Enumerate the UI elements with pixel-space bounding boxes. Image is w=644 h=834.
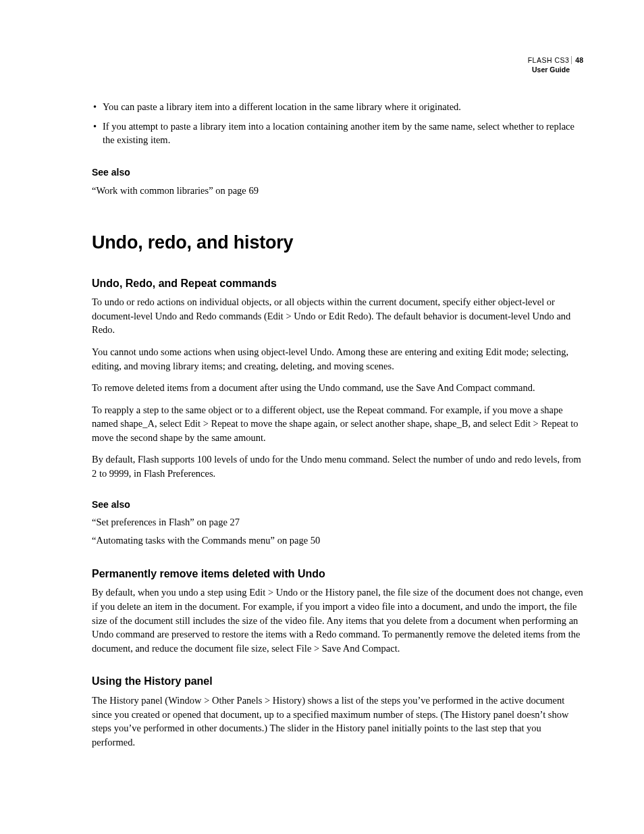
- intro-bullet-list: You can paste a library item into a diff…: [92, 100, 583, 147]
- section1-p2: You cannot undo some actions when using …: [92, 345, 583, 373]
- section2-heading: Permanently remove items deleted with Un…: [92, 567, 583, 582]
- section2-p1: By default, when you undo a step using E…: [92, 585, 583, 655]
- intro-bullet-1: You can paste a library item into a diff…: [92, 100, 583, 114]
- intro-bullet-2: If you attempt to paste a library item i…: [92, 120, 583, 147]
- see-also-heading: See also: [92, 166, 583, 180]
- see-also-link-2a: “Set preferences in Flash” on page 27: [92, 515, 583, 529]
- header-page-number: 48: [571, 56, 583, 64]
- section1-p3: To remove deleted items from a document …: [92, 381, 583, 395]
- see-also-heading-2: See also: [92, 498, 583, 512]
- section3-p1: The History panel (Window > Other Panels…: [92, 694, 583, 749]
- see-also-link-2b: “Automating tasks with the Commands menu…: [92, 533, 583, 548]
- see-also-link: “Work with common libraries” on page 69: [92, 184, 583, 198]
- header-product: FLASH CS3: [528, 56, 570, 64]
- section1-p4: To reapply a step to the same object or …: [92, 403, 583, 445]
- section1-heading: Undo, Redo, and Repeat commands: [92, 276, 583, 292]
- header-subtitle: User Guide: [528, 65, 583, 74]
- main-heading: Undo, redo, and history: [92, 230, 583, 255]
- section1-p5: By default, Flash supports 100 levels of…: [92, 452, 583, 480]
- section3-heading: Using the History panel: [92, 674, 583, 689]
- see-also-block-2: See also “Set preferences in Flash” on p…: [92, 498, 583, 548]
- see-also-block-1: See also “Work with common libraries” on…: [92, 166, 583, 197]
- page-header: FLASH CS348 User Guide: [528, 55, 583, 74]
- section1-p1: To undo or redo actions on individual ob…: [92, 295, 583, 337]
